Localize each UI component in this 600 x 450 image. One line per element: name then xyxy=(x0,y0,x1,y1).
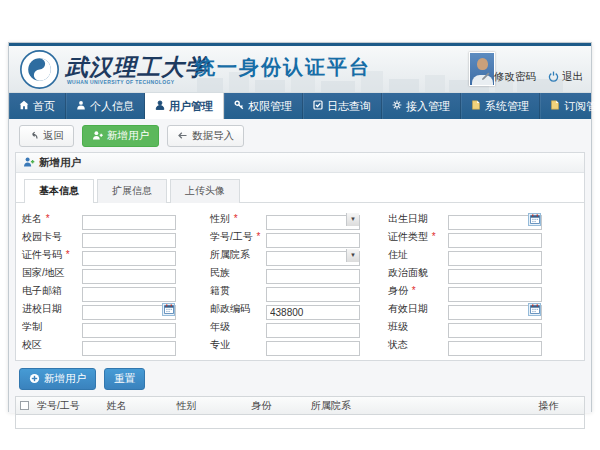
submit-add-user-button[interactable]: 新增用户 xyxy=(19,368,96,390)
nav-item-label: 接入管理 xyxy=(406,99,450,114)
avatar-head xyxy=(477,58,488,70)
field-input[interactable] xyxy=(82,323,176,338)
new-user-panel: 新增用户 基本信息扩展信息上传头像 姓名 *性别 *▼出生日期校园卡号学号/工号… xyxy=(15,152,585,361)
header-actions: 修改密码 退出 xyxy=(481,70,583,84)
data-import-label: 数据导入 xyxy=(192,129,234,143)
form-field: 年级 xyxy=(210,320,388,335)
university-logo xyxy=(19,49,60,93)
calendar-icon[interactable] xyxy=(162,303,175,316)
tab-basic-info[interactable]: 基本信息 xyxy=(24,179,94,203)
field-input[interactable] xyxy=(82,269,176,284)
form-field: 学号/工号 * xyxy=(210,230,388,245)
field-input-wrapper xyxy=(266,266,360,281)
field-input[interactable] xyxy=(82,341,176,356)
back-label: 返回 xyxy=(43,129,64,143)
logout-link[interactable]: 退出 xyxy=(548,70,583,84)
data-import-button[interactable]: 数据导入 xyxy=(167,125,244,147)
form-field: 有效日期 xyxy=(388,302,578,317)
table-header-cell: 身份 xyxy=(247,399,307,413)
form-field: 姓名 * xyxy=(22,212,210,227)
field-input-wrapper xyxy=(82,266,176,281)
home-icon xyxy=(19,100,29,112)
field-input[interactable] xyxy=(266,287,360,302)
field-input[interactable] xyxy=(82,251,176,266)
new-user-form: 姓名 *性别 *▼出生日期校园卡号学号/工号 *证件类型 *证件号码 *所属院系… xyxy=(16,203,584,360)
dropdown-arrow-icon[interactable]: ▼ xyxy=(346,249,359,262)
add-user-toolbar-button[interactable]: 新增用户 xyxy=(82,125,159,147)
add-person-icon xyxy=(92,130,103,143)
field-input[interactable] xyxy=(82,233,176,248)
field-input[interactable] xyxy=(82,215,176,230)
field-input-wrapper xyxy=(266,284,360,299)
dropdown-arrow-icon[interactable]: ▼ xyxy=(346,213,359,226)
reset-button[interactable]: 重置 xyxy=(104,368,145,390)
field-label: 住址 xyxy=(388,248,448,262)
field-input[interactable] xyxy=(82,287,176,302)
field-label: 出生日期 xyxy=(388,212,448,226)
form-row: 进校日期邮政编码有效日期 xyxy=(22,300,578,318)
change-password-label: 修改密码 xyxy=(494,70,536,84)
nav-item-permissions[interactable]: 权限管理 xyxy=(224,93,303,119)
nav-item-users[interactable]: 用户管理 xyxy=(145,93,224,119)
field-input-wrapper: ▼ xyxy=(266,212,360,227)
calendar-icon[interactable] xyxy=(528,303,541,316)
nav-item-logs[interactable]: 日志查询 xyxy=(303,93,382,119)
system-icon xyxy=(471,100,481,112)
field-input-wrapper xyxy=(82,302,176,317)
field-input-wrapper xyxy=(82,248,176,263)
nav-item-access[interactable]: 接入管理 xyxy=(382,93,461,119)
tab-bar: 基本信息扩展信息上传头像 xyxy=(16,173,584,203)
field-input-wrapper xyxy=(448,302,542,317)
change-password-link[interactable]: 修改密码 xyxy=(481,70,536,84)
field-label: 民族 xyxy=(210,266,266,280)
table-header-cell: 操作 xyxy=(534,399,584,413)
field-input[interactable] xyxy=(448,233,542,248)
power-icon xyxy=(548,71,559,84)
nav-item-profile[interactable]: 个人信息 xyxy=(66,93,145,119)
nav-item-subscription[interactable]: 订阅管理 xyxy=(540,93,600,119)
field-label: 籍贯 xyxy=(210,284,266,298)
field-input[interactable] xyxy=(266,269,360,284)
back-button[interactable]: 返回 xyxy=(19,125,74,147)
form-row: 学制年级班级 xyxy=(22,318,578,336)
field-input[interactable] xyxy=(448,341,542,356)
field-input[interactable] xyxy=(266,233,360,248)
field-label: 身份 * xyxy=(388,284,448,298)
form-field: 邮政编码 xyxy=(210,302,388,317)
nav-item-home[interactable]: 首页 xyxy=(9,93,66,119)
form-row: 姓名 *性别 *▼出生日期 xyxy=(22,210,578,228)
tab-extended-info[interactable]: 扩展信息 xyxy=(97,179,167,203)
field-input[interactable] xyxy=(448,287,542,302)
section-title: 新增用户 xyxy=(39,156,81,170)
field-label: 性别 * xyxy=(210,212,266,226)
nav-item-system[interactable]: 系统管理 xyxy=(461,93,540,119)
field-input-wrapper xyxy=(266,320,360,335)
select-all-checkbox[interactable] xyxy=(20,401,29,410)
gear-icon xyxy=(392,100,402,112)
log-icon xyxy=(313,100,323,112)
field-input[interactable] xyxy=(448,323,542,338)
panel-header: 新增用户 xyxy=(16,153,584,173)
app-header: 武汉理工大学 WUHAN UNIVERSITY OF TECHNOLOGY 统一… xyxy=(9,46,591,93)
field-input[interactable] xyxy=(448,251,542,266)
platform-title: 统一身份认证平台 xyxy=(195,54,371,81)
logout-label: 退出 xyxy=(562,70,583,84)
submit-label: 新增用户 xyxy=(44,372,86,386)
field-label: 校区 xyxy=(22,338,82,352)
field-input[interactable] xyxy=(448,269,542,284)
form-field: 证件号码 * xyxy=(22,248,210,263)
field-input[interactable] xyxy=(266,323,360,338)
nav-item-label: 日志查询 xyxy=(327,99,371,114)
field-input[interactable] xyxy=(266,341,360,356)
field-input[interactable] xyxy=(266,305,360,320)
calendar-icon[interactable] xyxy=(528,213,541,226)
tab-upload-avatar[interactable]: 上传头像 xyxy=(170,179,240,203)
form-field: 专业 xyxy=(210,338,388,353)
table-empty-body xyxy=(16,415,584,428)
field-label: 国家/地区 xyxy=(22,266,82,280)
form-field: 身份 * xyxy=(388,284,578,299)
form-field: 电子邮箱 xyxy=(22,284,210,299)
form-row: 证件号码 *所属院系▼住址 xyxy=(22,246,578,264)
add-user-label: 新增用户 xyxy=(107,129,149,143)
field-label: 姓名 * xyxy=(22,212,82,226)
